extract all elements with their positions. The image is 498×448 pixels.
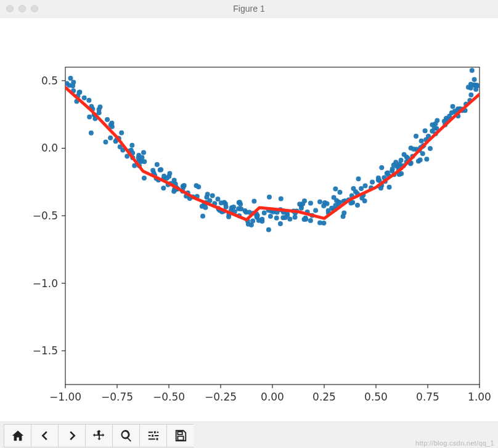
scatter-point bbox=[351, 186, 356, 191]
xtick-label: −0.75 bbox=[101, 391, 133, 403]
scatter-point bbox=[432, 126, 437, 131]
ytick-label: −1.0 bbox=[33, 277, 58, 290]
scatter-point bbox=[308, 201, 313, 206]
scatter-point bbox=[196, 184, 201, 189]
window-titlebar: Figure 1 bbox=[0, 0, 498, 18]
scatter-point bbox=[141, 150, 146, 155]
xtick-label: 0.75 bbox=[416, 391, 439, 403]
figure-canvas[interactable]: −1.00−0.75−0.50−0.250.000.250.500.751.00… bbox=[0, 18, 498, 422]
scatter-point bbox=[266, 227, 271, 232]
scatter-point bbox=[321, 203, 326, 208]
save-button[interactable] bbox=[166, 424, 194, 447]
scatter-point bbox=[142, 159, 147, 164]
xtick-label: 0.25 bbox=[312, 391, 336, 403]
scatter-point bbox=[167, 171, 172, 176]
scatter-point bbox=[355, 203, 360, 208]
scatter-point bbox=[337, 190, 342, 195]
scatter-point bbox=[279, 196, 284, 201]
scatter-point bbox=[308, 218, 313, 223]
scatter-point bbox=[231, 205, 236, 210]
scatter-point bbox=[370, 179, 375, 184]
scatter-point bbox=[280, 215, 285, 220]
scatter-point bbox=[103, 139, 108, 144]
scatter-point bbox=[293, 214, 298, 219]
scatter-point bbox=[68, 76, 73, 81]
plot-svg: −1.00−0.75−0.50−0.250.000.250.500.751.00… bbox=[0, 18, 498, 422]
scatter-point bbox=[86, 98, 91, 103]
scatter-point bbox=[136, 153, 141, 158]
ytick-label: −0.5 bbox=[33, 210, 58, 222]
scatter-point bbox=[387, 185, 392, 190]
scatter-point bbox=[200, 214, 205, 219]
pan-button[interactable] bbox=[85, 424, 112, 447]
scatter-point bbox=[89, 131, 94, 136]
xtick-label: −1.00 bbox=[49, 391, 81, 403]
scatter-point bbox=[313, 208, 318, 213]
scatter-point bbox=[237, 200, 242, 205]
maximize-icon[interactable] bbox=[31, 5, 38, 12]
scatter-point bbox=[473, 83, 478, 88]
scatter-point bbox=[87, 115, 92, 120]
scatter-point bbox=[336, 200, 341, 205]
scatter-point bbox=[278, 221, 283, 226]
subplots-button[interactable] bbox=[139, 424, 166, 447]
xtick-label: 0.00 bbox=[261, 391, 284, 403]
scatter-point bbox=[419, 139, 424, 144]
scatter-point bbox=[105, 117, 110, 122]
scatter-point bbox=[77, 89, 82, 94]
scatter-point bbox=[332, 195, 337, 200]
scatter-point bbox=[359, 186, 364, 191]
scatter-point bbox=[150, 168, 155, 173]
scatter-point bbox=[181, 184, 186, 189]
scatter-point bbox=[424, 157, 429, 161]
scatter-point bbox=[243, 210, 248, 214]
scatter-point bbox=[435, 118, 439, 123]
scatter-point bbox=[379, 165, 384, 170]
home-button[interactable] bbox=[4, 424, 31, 447]
xtick-label: 1.00 bbox=[468, 391, 491, 403]
scatter-point bbox=[394, 164, 399, 169]
window-controls bbox=[6, 5, 38, 12]
scatter-point bbox=[472, 77, 477, 82]
scatter-point bbox=[215, 197, 220, 202]
scatter-point bbox=[420, 151, 425, 156]
back-button[interactable] bbox=[31, 424, 58, 447]
ytick-label: 0.0 bbox=[41, 142, 58, 154]
scatter-point bbox=[376, 176, 381, 181]
scatter-point bbox=[250, 218, 255, 223]
scatter-point bbox=[267, 195, 272, 200]
scatter-point bbox=[70, 83, 75, 88]
ytick-label: −1.5 bbox=[33, 344, 58, 357]
close-icon[interactable] bbox=[6, 5, 14, 12]
scatter-point bbox=[428, 146, 433, 151]
forward-button[interactable] bbox=[58, 424, 85, 447]
sliders-icon bbox=[147, 429, 160, 442]
scatter-point bbox=[356, 176, 361, 181]
move-icon bbox=[92, 429, 106, 442]
ytick-label: 0.5 bbox=[41, 75, 58, 87]
scatter-point bbox=[205, 192, 210, 197]
scatter-point bbox=[97, 110, 102, 115]
scatter-point bbox=[287, 216, 292, 221]
scatter-point bbox=[414, 134, 418, 139]
scatter-point bbox=[142, 176, 147, 181]
zoom-button[interactable] bbox=[112, 424, 139, 447]
minimize-icon[interactable] bbox=[18, 5, 26, 12]
scatter-point bbox=[317, 200, 322, 205]
xtick-label: −0.25 bbox=[205, 391, 237, 403]
scatter-point bbox=[82, 96, 87, 100]
axes-frame bbox=[65, 67, 480, 385]
scatter-point bbox=[119, 130, 124, 135]
matplotlib-toolbar: http://blog.csdn.net/qq_1 bbox=[0, 422, 498, 448]
arrow-right-icon bbox=[65, 429, 79, 442]
scatter-point bbox=[399, 158, 404, 163]
scatter-point bbox=[158, 167, 163, 172]
scatter-point bbox=[210, 193, 215, 198]
watermark-text: http://blog.csdn.net/qq_1 bbox=[415, 439, 494, 447]
window-title: Figure 1 bbox=[0, 4, 498, 14]
scatter-point bbox=[223, 202, 228, 206]
scatter-point bbox=[333, 187, 338, 192]
scatter-point bbox=[363, 183, 368, 188]
scatter-point bbox=[155, 162, 160, 167]
scatter-point bbox=[274, 216, 279, 221]
